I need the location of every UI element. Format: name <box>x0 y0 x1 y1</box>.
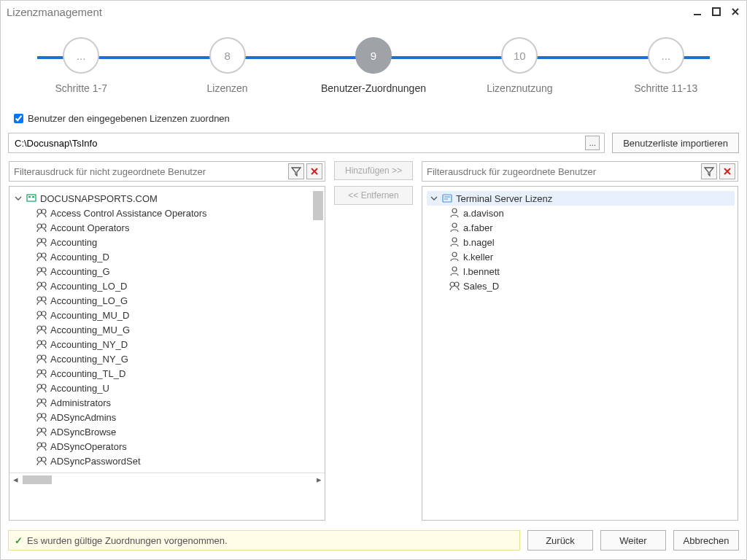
left-filter-funnel-button[interactable] <box>288 163 304 179</box>
tree-item[interactable]: l.bennett <box>427 264 735 279</box>
hscroll-left-arrow[interactable]: ◂ <box>9 474 21 486</box>
svg-point-33 <box>37 413 42 418</box>
tree-item[interactable]: ADSyncBrowse <box>14 424 322 439</box>
tree-item[interactable]: ADSyncPasswordSet <box>14 454 322 468</box>
tree-item-label: Accounting_NY_G <box>50 354 128 365</box>
group-icon <box>36 455 47 467</box>
left-tree[interactable]: DOCUSNAPSPORTS.COM Access Control Assist… <box>9 186 325 521</box>
svg-point-43 <box>452 223 457 228</box>
assign-checkbox-row[interactable]: Benutzer den eingegebenen Lizenzen zuord… <box>11 112 739 125</box>
svg-point-26 <box>42 355 46 359</box>
hscroll-right-arrow[interactable]: ▸ <box>313 474 325 486</box>
group-icon <box>36 207 47 219</box>
step[interactable]: ... Schritte 11-13 <box>600 30 732 94</box>
add-button[interactable]: Hinzufügen >> <box>334 161 413 180</box>
tree-item[interactable]: Accounting_D <box>14 249 322 264</box>
tree-item[interactable]: k.keller <box>427 249 735 264</box>
tree-item[interactable]: Accounting_NY_G <box>14 351 322 366</box>
path-input[interactable] <box>13 137 582 149</box>
svg-point-6 <box>42 209 46 214</box>
tree-item[interactable]: Accounting_LO_G <box>14 293 322 308</box>
right-filter-input[interactable] <box>422 166 701 177</box>
tree-item[interactable]: Accounting_U <box>14 381 322 395</box>
svg-point-42 <box>452 209 457 213</box>
tree-item[interactable]: ADSyncOperators <box>14 439 322 454</box>
minimize-button[interactable] <box>692 7 703 17</box>
svg-rect-1 <box>713 8 720 15</box>
tree-item[interactable]: Account Operators <box>14 220 322 235</box>
tree-item[interactable]: Accounting_TL_D <box>14 366 322 381</box>
svg-point-10 <box>42 238 46 243</box>
svg-point-15 <box>37 282 42 287</box>
svg-point-36 <box>42 428 46 432</box>
user-icon <box>449 207 460 219</box>
add-button-label: Hinzufügen >> <box>345 166 402 176</box>
tree-root[interactable]: Terminal Server Lizenz <box>427 191 735 206</box>
svg-point-34 <box>42 413 46 418</box>
tree-item-label: Accounting_LO_D <box>50 281 128 292</box>
tree-root[interactable]: DOCUSNAPSPORTS.COM <box>14 191 322 206</box>
svg-point-17 <box>37 297 42 301</box>
tree-item-label: Accounting_MU_D <box>50 310 129 321</box>
step-label: Schritte 11-13 <box>634 82 697 94</box>
step-circle: 8 <box>209 37 246 74</box>
tree-item[interactable]: Accounting_G <box>14 264 322 279</box>
hscroll-thumb[interactable] <box>23 475 52 484</box>
svg-point-20 <box>42 311 46 316</box>
step[interactable]: 8 Lizenzen <box>162 30 293 94</box>
left-filter-input[interactable] <box>9 166 288 177</box>
tree-item[interactable]: Accounting <box>14 235 322 249</box>
tree-item[interactable]: b.nagel <box>427 235 735 249</box>
group-icon <box>36 324 47 335</box>
expander-icon[interactable] <box>430 194 438 203</box>
funnel-icon <box>704 166 714 176</box>
step[interactable]: ... Schritte 1-7 <box>15 30 147 94</box>
svg-point-45 <box>452 252 457 257</box>
tree-item[interactable]: a.davison <box>427 206 735 220</box>
tree-item[interactable]: a.faber <box>427 220 735 235</box>
maximize-button[interactable] <box>711 7 721 17</box>
group-icon <box>36 382 47 394</box>
tree-item[interactable]: Administrators <box>14 395 322 410</box>
tree-item[interactable]: Accounting_MU_G <box>14 322 322 337</box>
group-icon <box>36 222 47 233</box>
cancel-button[interactable]: Abbrechen <box>673 530 739 551</box>
tree-item[interactable]: Accounting_MU_D <box>14 308 322 322</box>
left-filter-bar <box>9 161 325 182</box>
expander-icon[interactable] <box>14 194 23 203</box>
tree-item[interactable]: Accounting_LO_D <box>14 279 322 293</box>
browse-button[interactable]: … <box>585 136 600 150</box>
right-tree[interactable]: Terminal Server Lizenz a.davison a.faber… <box>422 186 738 521</box>
group-icon <box>36 338 47 350</box>
tree-item[interactable]: Sales_D <box>427 279 735 293</box>
left-tree-scrollbar-thumb[interactable] <box>313 191 323 220</box>
remove-button[interactable]: << Entfernen <box>334 186 413 205</box>
group-icon <box>449 280 460 292</box>
close-button[interactable] <box>730 7 740 17</box>
tree-item-label: Account Operators <box>50 222 129 233</box>
assign-checkbox[interactable] <box>14 114 23 123</box>
status-bar: ✓ Es wurden gültige Zuordnungen vorgenom… <box>8 530 520 551</box>
tree-item[interactable]: Accounting_NY_D <box>14 337 322 351</box>
user-icon <box>449 251 460 262</box>
domain-icon <box>26 192 37 204</box>
svg-point-46 <box>452 267 457 271</box>
step[interactable]: 10 Lizenznutzung <box>454 30 585 94</box>
tree-item-label: ADSyncAdmins <box>50 412 116 423</box>
step[interactable]: 9 Benutzer-Zuordnungen <box>308 30 439 94</box>
user-icon <box>449 265 460 277</box>
step-wizard: ... Schritte 1-78 Lizenzen9 Benutzer-Zuo… <box>8 30 739 103</box>
tree-item-label: Accounting_TL_D <box>50 368 125 379</box>
right-filter-funnel-button[interactable] <box>701 163 717 179</box>
back-button[interactable]: Zurück <box>527 530 593 551</box>
next-button[interactable]: Weiter <box>600 530 666 551</box>
right-filter-clear-button[interactable] <box>719 163 735 179</box>
tree-item[interactable]: Access Control Assistance Operators <box>14 206 322 220</box>
svg-point-35 <box>37 428 42 432</box>
tree-item[interactable]: ADSyncAdmins <box>14 410 322 424</box>
step-circle: ... <box>648 37 684 74</box>
left-tree-hscrollbar[interactable]: ◂ ▸ <box>9 472 325 486</box>
left-filter-clear-button[interactable] <box>306 163 322 179</box>
import-userlist-button[interactable]: Benutzerliste importieren <box>612 133 739 153</box>
svg-point-5 <box>37 209 42 214</box>
